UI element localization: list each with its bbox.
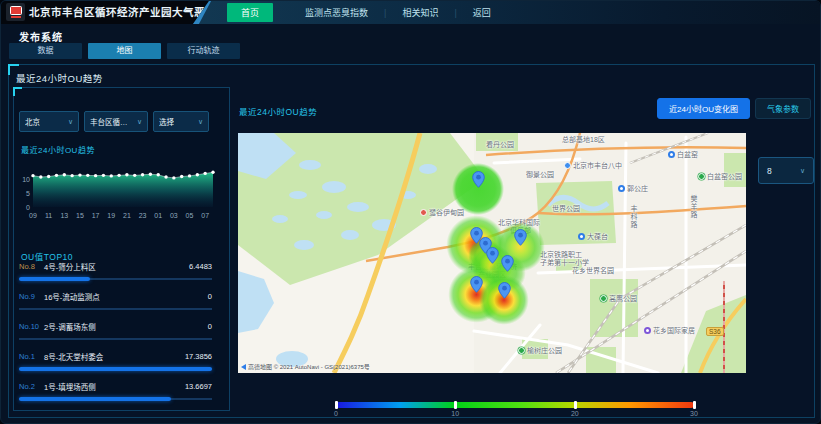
map-pin-icon[interactable]: [486, 247, 499, 268]
map-attribution-text: 高德地图 © 2021 AutoNavi - GS(2021)6375号: [248, 362, 370, 371]
filter-row: 北京∨丰台区循环经济产∨选择∨: [19, 111, 209, 132]
map-zoom-select[interactable]: 8 ∨: [758, 157, 814, 184]
map-label: 白盆窑: [668, 149, 698, 159]
map-label: 鹭谷伊甸园: [420, 207, 464, 217]
view-tab-0[interactable]: 数据: [9, 43, 82, 59]
svg-text:10: 10: [22, 176, 30, 183]
top-list-line: No.18号-北天堂村委会17.3856: [19, 351, 212, 362]
top-list-item[interactable]: No.84号-筛分上料区6.4483: [19, 261, 212, 285]
top-label: 2号-调蓄场东侧: [44, 321, 208, 332]
top-value: 17.3856: [185, 352, 212, 361]
filter-dropdown-1[interactable]: 丰台区循环经济产∨: [84, 111, 148, 132]
progress-fill: [19, 367, 212, 371]
map-pin-icon[interactable]: [470, 276, 483, 297]
map-pin-icon[interactable]: [472, 171, 485, 192]
svg-text:13: 13: [60, 212, 68, 219]
map-attribution: 高德地图 © 2021 AutoNavi - GS(2021)6375号: [241, 362, 370, 371]
map-pin-icon[interactable]: [498, 282, 511, 303]
subway-poi-icon: [618, 185, 625, 192]
top-value: 0: [208, 322, 212, 331]
top-list-item[interactable]: No.102号-调蓄场东侧0: [19, 321, 212, 345]
amap-logo-icon: [241, 364, 246, 370]
chevron-down-icon: ∨: [137, 118, 142, 126]
top-value: 6.4483: [189, 262, 212, 271]
svg-text:15: 15: [76, 212, 84, 219]
park-poi-icon: [600, 295, 607, 302]
map-label: 看丹公园: [486, 139, 514, 149]
top-list-line: No.84号-筛分上料区6.4483: [19, 261, 212, 272]
filter-value: 选择: [159, 116, 174, 127]
top-label: 4号-筛分上料区: [44, 261, 189, 272]
legend-tick-mark: [574, 401, 577, 409]
publish-system-label: 发布系统: [19, 29, 63, 44]
park-poi-icon: [698, 173, 705, 180]
view-tab-2[interactable]: 行动轨迹: [167, 43, 240, 59]
red-poi-icon: [420, 209, 427, 216]
svg-text:17: 17: [92, 212, 100, 219]
map-label: 大葆台: [578, 231, 608, 241]
legend-tick-mark: [335, 401, 338, 409]
svg-text:11: 11: [45, 212, 52, 219]
map-button-1[interactable]: 气象参数: [755, 98, 811, 119]
map-label: 花乡世界名园: [572, 265, 614, 275]
ou-trend-chart: 0510091113151719212301030507: [15, 157, 221, 223]
svg-text:07: 07: [201, 212, 209, 219]
nav-tab-2[interactable]: 相关知识: [386, 6, 454, 19]
app-window: 北京市丰台区循环经济产业园大气恶臭状况实时 首页监测点恶臭指数|相关知识|返回 …: [0, 0, 821, 424]
map-label: 总部基地18区: [562, 134, 605, 144]
subway-poi-icon: [578, 233, 585, 240]
top10-list: No.84号-筛分上料区6.4483No.916号-流动监测点0No.102号-…: [19, 261, 212, 411]
ou-color-scale-labels: 0102030: [336, 410, 694, 420]
legend-tick-label: 0: [334, 410, 338, 417]
map-label: 白盆窑公园: [698, 171, 742, 181]
svg-text:5: 5: [26, 190, 30, 197]
nav-tab-1[interactable]: 监测点恶臭指数: [289, 6, 384, 19]
svg-text:19: 19: [107, 212, 115, 219]
top-list-item[interactable]: No.21号-填埋场西侧13.6697: [19, 381, 212, 405]
legend-tick-label: 10: [451, 410, 459, 417]
map-label: 樊羊路: [688, 195, 698, 219]
blue-poi-icon: [564, 162, 571, 169]
legend-tick-mark: [454, 401, 457, 409]
svg-text:21: 21: [123, 212, 131, 219]
top-list-line: No.102号-调蓄场东侧0: [19, 321, 212, 332]
progress-fill: [19, 397, 171, 401]
top-rank: No.10: [19, 322, 44, 331]
map-section-title: 最近24小时OU趋势: [239, 105, 317, 117]
svg-text:0: 0: [26, 204, 30, 211]
svg-text:23: 23: [139, 212, 147, 219]
nav-tab-3[interactable]: 返回: [457, 6, 507, 19]
top-label: 8号-北天堂村委会: [44, 351, 185, 362]
view-tab-1[interactable]: 地图: [88, 43, 161, 59]
legend-tick-label: 30: [690, 410, 698, 417]
svg-text:03: 03: [170, 212, 178, 219]
map-label: 高鹰公园: [600, 293, 637, 303]
park-poi-icon: [518, 347, 525, 354]
map-zoom-value: 8: [767, 166, 772, 176]
chevron-down-icon: ∨: [68, 118, 73, 126]
top-label: 1号-填埋场西侧: [44, 381, 185, 392]
filter-value: 北京: [25, 116, 40, 127]
panel-title: 最近24小时OU趋势: [16, 71, 103, 85]
map-pin-icon[interactable]: [514, 229, 527, 250]
purple-poi-icon: [644, 327, 651, 334]
filter-value: 丰台区循环经济产: [90, 116, 134, 127]
filter-dropdown-2[interactable]: 选择∨: [153, 111, 209, 132]
map-pin-icon[interactable]: [501, 255, 514, 276]
map-canvas[interactable]: 看丹公园总部基地18区白盆窑北京市丰台八中御景公园郭公庄白盆窑公园世界公园北京华…: [238, 133, 746, 373]
map-button-0[interactable]: 近24小时OU变化图: [657, 98, 750, 119]
svg-text:05: 05: [186, 212, 194, 219]
top-list-item[interactable]: No.916号-流动监测点0: [19, 291, 212, 315]
top-value: 0: [208, 292, 212, 301]
progress-fill: [19, 277, 90, 281]
map-label: S36: [706, 327, 724, 336]
progress-track: [19, 308, 212, 310]
filter-dropdown-0[interactable]: 北京∨: [19, 111, 79, 132]
top-label: 16号-流动监测点: [44, 291, 208, 302]
top-list-item[interactable]: No.18号-北天堂村委会17.3856: [19, 351, 212, 375]
progress-track: [19, 338, 212, 340]
main-nav: 首页监测点恶臭指数|相关知识|返回: [193, 1, 820, 24]
nav-tab-0[interactable]: 首页: [227, 3, 273, 22]
map-label: 世界公园: [552, 203, 580, 213]
chevron-down-icon: ∨: [800, 167, 805, 175]
